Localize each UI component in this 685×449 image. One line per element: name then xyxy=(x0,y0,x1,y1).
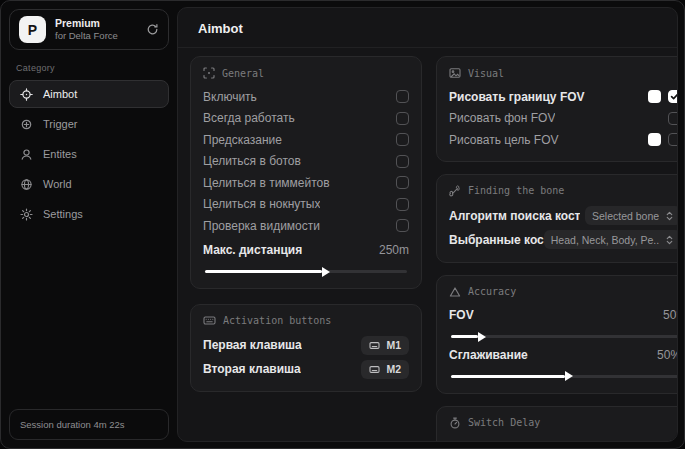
slider-value: 50% xyxy=(657,348,677,362)
globe-icon xyxy=(20,178,33,191)
checkbox[interactable] xyxy=(396,112,409,125)
unfold-icon xyxy=(665,235,674,245)
checkbox[interactable] xyxy=(396,219,409,232)
keybind-value: M1 xyxy=(386,339,401,351)
checkbox[interactable] xyxy=(396,90,409,103)
checkbox[interactable] xyxy=(396,133,409,146)
toggle-label: Целиться в нокнутых xyxy=(203,197,320,211)
panel-title: Switch Delay xyxy=(468,417,540,428)
brand-logo: P xyxy=(19,16,46,43)
panel-visual: Visual Рисовать границу FOV xyxy=(436,56,677,162)
checkbox[interactable] xyxy=(668,133,677,146)
entities-icon xyxy=(20,148,33,161)
keybind-button[interactable]: M2 xyxy=(361,360,409,379)
select-value: Selected bone xyxy=(592,210,659,222)
checkbox[interactable] xyxy=(396,155,409,168)
checkbox[interactable] xyxy=(396,198,409,211)
sidebar-item-world[interactable]: World xyxy=(9,170,169,198)
app-window: P Premium for Delta Force Category xyxy=(0,0,685,449)
sidebar-item-label: Settings xyxy=(43,208,83,220)
triangle-icon xyxy=(449,286,461,298)
sidebar-item-label: Trigger xyxy=(43,118,77,130)
panel-switch-delay: Switch Delay Задержка переключения Задер… xyxy=(436,406,677,442)
toggle-label: Проверка видимости xyxy=(203,219,320,233)
visual-row: Рисовать цель FOV xyxy=(449,129,677,151)
toggle-label: Целиться в тиммейтов xyxy=(203,176,330,190)
sidebar-item-label: Entites xyxy=(43,148,77,160)
keybind-row: Первая клавиша M1 xyxy=(203,333,409,357)
fov-slider[interactable] xyxy=(451,335,677,338)
slider-row: Макс. дистанция 250m xyxy=(203,240,409,262)
checkbox[interactable] xyxy=(668,112,677,125)
toggle-row: Целиться в нокнутых xyxy=(203,194,409,216)
panel-title: Visual xyxy=(468,68,504,79)
keybind-button[interactable]: M1 xyxy=(361,336,409,355)
brand-subtitle: for Delta Force xyxy=(55,30,118,42)
slider-value: 250m xyxy=(379,243,409,257)
slider-row: Сглаживание 50% xyxy=(449,344,677,366)
max-distance-slider[interactable] xyxy=(205,270,407,273)
sidebar-item-settings[interactable]: Settings xyxy=(9,200,169,228)
toggle-row: Целиться в тиммейтов xyxy=(203,172,409,194)
toggle-label: Включить xyxy=(203,90,257,104)
panel-title: Accuracy xyxy=(468,286,516,297)
checkbox[interactable] xyxy=(668,440,677,441)
panel-title: Finding the bone xyxy=(468,185,564,196)
category-label: Category xyxy=(16,63,162,73)
slider-label: FOV xyxy=(449,308,474,322)
keyboard-icon xyxy=(203,315,216,326)
visual-row: Рисовать границу FOV xyxy=(449,86,677,108)
bone-row: Алгоритм поиска кост Selected bone xyxy=(449,204,677,228)
smoothing-slider[interactable] xyxy=(451,375,677,378)
toggle-label: Задержка переключения xyxy=(449,439,587,441)
toggle-row: Задержка переключения xyxy=(449,436,677,442)
toggle-label: Целиться в ботов xyxy=(203,154,301,168)
brand-title: Premium xyxy=(55,17,118,30)
selected-bones-select[interactable]: Head, Neck, Body, Pe.. xyxy=(544,230,677,249)
crosshair-icon xyxy=(20,88,33,101)
slider-label: Сглаживание xyxy=(449,348,528,362)
panel-activation-buttons: Activation buttons Первая клавиша M1 xyxy=(190,304,422,392)
keybind-label: Первая клавиша xyxy=(203,338,302,352)
toggle-row: Проверка видимости xyxy=(203,215,409,237)
checkbox-checked[interactable] xyxy=(668,90,677,103)
panel-title: Activation buttons xyxy=(223,315,331,326)
panel-general: General Включить Всегда работать Предска… xyxy=(190,56,422,289)
page-title: Aimbot xyxy=(178,8,677,48)
slider-label: Макс. дистанция xyxy=(203,243,302,257)
image-icon xyxy=(449,67,461,79)
scan-target-icon xyxy=(203,67,215,79)
unfold-icon xyxy=(665,211,674,221)
toggle-row: Всегда работать xyxy=(203,108,409,130)
toggle-label: Предсказание xyxy=(203,133,282,147)
visual-label: Рисовать границу FOV xyxy=(449,90,585,104)
refresh-icon[interactable] xyxy=(146,23,159,36)
visual-label: Рисовать фон FOV xyxy=(449,111,555,125)
sidebar-item-label: Aimbot xyxy=(43,88,77,100)
visual-row: Рисовать фон FOV xyxy=(449,108,677,130)
keyboard-icon xyxy=(369,341,380,350)
bone-label: Выбранные кос xyxy=(449,233,544,247)
main-panel: Aimbot General Включить xyxy=(177,7,678,442)
trigger-icon xyxy=(20,118,33,131)
slider-value: 50° xyxy=(663,308,677,322)
session-duration: Session duration 4m 22s xyxy=(9,409,169,440)
checkbox[interactable] xyxy=(396,176,409,189)
brand-card: P Premium for Delta Force xyxy=(9,9,169,50)
slider-row: FOV 50° xyxy=(449,305,677,327)
keybind-row: Вторая клавиша M2 xyxy=(203,357,409,381)
sidebar-item-trigger[interactable]: Trigger xyxy=(9,110,169,138)
color-swatch[interactable] xyxy=(648,133,661,146)
stopwatch-icon xyxy=(449,417,461,429)
bone-icon xyxy=(449,185,461,197)
gear-icon xyxy=(20,208,33,221)
toggle-row: Предсказание xyxy=(203,129,409,151)
visual-label: Рисовать цель FOV xyxy=(449,133,559,147)
sidebar-item-label: World xyxy=(43,178,72,190)
keyboard-icon xyxy=(369,365,380,374)
sidebar-item-aimbot[interactable]: Aimbot xyxy=(9,80,169,108)
toggle-row: Целиться в ботов xyxy=(203,151,409,173)
bone-algorithm-select[interactable]: Selected bone xyxy=(585,206,677,225)
sidebar-item-entites[interactable]: Entites xyxy=(9,140,169,168)
color-swatch[interactable] xyxy=(648,90,661,103)
